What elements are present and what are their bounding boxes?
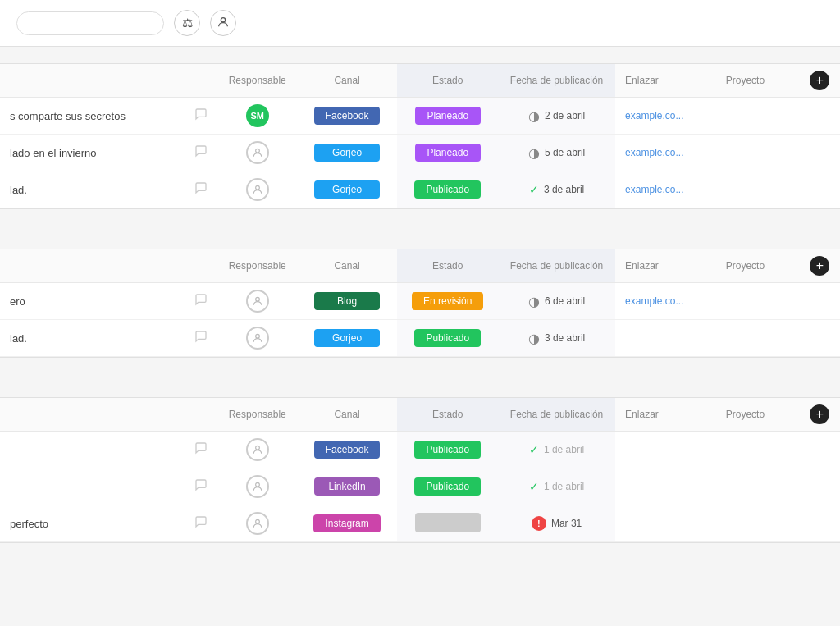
header-comment	[185, 249, 218, 283]
row-enlazar	[615, 432, 716, 468]
row-spacer	[800, 468, 840, 505]
table-row: LinkedInPublicado✓1 de abril	[0, 468, 840, 505]
row-fecha: ✓1 de abril	[498, 432, 615, 468]
main-content: ResponsableCanalEstadoFecha de publicaci…	[0, 47, 840, 579]
row-proyecto	[716, 432, 800, 468]
header-fecha: Fecha de publicación	[498, 249, 615, 283]
header-canal: Canal	[297, 249, 398, 283]
row-comment-icon[interactable]	[185, 505, 218, 542]
row-proyecto	[716, 135, 800, 171]
row-spacer	[800, 283, 840, 320]
row-canal: Facebook	[297, 98, 398, 135]
row-estado: Publicado	[397, 171, 498, 208]
half-moon-icon: ◑	[528, 331, 540, 346]
header-add: +	[800, 249, 840, 283]
row-comment-icon[interactable]	[185, 468, 218, 505]
row-enlazar[interactable]: example.co...	[615, 98, 716, 135]
table-2: ResponsableCanalEstadoFecha de publicaci…	[0, 249, 840, 357]
row-title: s comparte sus secretos	[0, 98, 185, 135]
fecha-text: 1 de abril	[544, 481, 584, 492]
section-spacer	[0, 377, 840, 397]
row-proyecto	[716, 98, 800, 135]
header-enlazar: Enlazar	[615, 398, 716, 432]
section-spacer	[0, 229, 840, 249]
row-comment-icon[interactable]	[185, 171, 218, 208]
row-canal: Facebook	[297, 432, 398, 468]
row-fecha: ◑6 de abril	[498, 283, 615, 320]
row-title: perfecto	[0, 505, 185, 542]
row-canal: Blog	[297, 283, 398, 320]
header-comment	[185, 64, 218, 98]
row-fecha: ◑5 de abril	[498, 135, 615, 171]
row-comment-icon[interactable]	[185, 320, 218, 357]
header-enlazar: Enlazar	[615, 249, 716, 283]
header-add: +	[800, 64, 840, 98]
row-estado: Planeado	[397, 135, 498, 171]
fecha-text: 3 de abril	[544, 184, 584, 195]
table-row: lad.GorjeoPublicado◑3 de abril	[0, 320, 840, 357]
table-3: ResponsableCanalEstadoFecha de publicaci…	[0, 398, 840, 542]
row-proyecto	[716, 505, 800, 542]
row-title: lad.	[0, 171, 185, 208]
header-estado: Estado	[397, 249, 498, 283]
header-responsable: Responsable	[218, 398, 297, 432]
row-responsable	[218, 283, 297, 320]
row-responsable	[218, 505, 297, 542]
row-enlazar	[615, 320, 716, 357]
header-estado: Estado	[397, 64, 498, 98]
table-row: perfectoInstagram!Mar 31	[0, 505, 840, 542]
svg-point-0	[221, 17, 225, 21]
add-row-button[interactable]: +	[810, 256, 829, 276]
fecha-text: Mar 31	[551, 518, 582, 529]
search-input[interactable]	[16, 11, 164, 35]
header-canal: Canal	[297, 398, 398, 432]
fecha-text: 2 de abril	[545, 110, 585, 121]
row-enlazar	[615, 505, 716, 542]
row-title: lad.	[0, 320, 185, 357]
row-estado: En revisión	[397, 283, 498, 320]
row-responsable: SM	[218, 98, 297, 135]
row-spacer	[800, 505, 840, 542]
header-proyecto: Proyecto	[716, 398, 800, 432]
fecha-text: 6 de abril	[545, 295, 585, 307]
row-comment-icon[interactable]	[185, 135, 218, 171]
row-comment-icon[interactable]	[185, 283, 218, 320]
svg-point-6	[255, 482, 259, 487]
row-enlazar[interactable]: example.co...	[615, 283, 716, 320]
row-estado	[397, 505, 498, 542]
add-row-button[interactable]: +	[810, 71, 829, 90]
header-fecha: Fecha de publicación	[498, 398, 615, 432]
svg-point-2	[255, 185, 259, 190]
row-comment-icon[interactable]	[185, 98, 218, 135]
row-responsable	[218, 135, 297, 171]
filter-button[interactable]: ⚖	[174, 10, 200, 36]
user-button[interactable]	[210, 10, 236, 36]
header-estado: Estado	[397, 398, 498, 432]
header-comment	[185, 398, 218, 432]
board-section-1: ResponsableCanalEstadoFecha de publicaci…	[0, 63, 840, 209]
row-comment-icon[interactable]	[185, 432, 218, 468]
row-enlazar[interactable]: example.co...	[615, 171, 716, 208]
header-enlazar: Enlazar	[615, 64, 716, 98]
header-title	[0, 249, 185, 283]
row-canal: Gorjeo	[297, 135, 398, 171]
row-enlazar[interactable]: example.co...	[615, 135, 716, 171]
row-responsable	[218, 171, 297, 208]
row-title: ero	[0, 283, 185, 320]
half-moon-icon: ◑	[528, 108, 540, 124]
table-row: s comparte sus secretosSMFacebookPlanead…	[0, 98, 840, 135]
row-estado: Publicado	[397, 432, 498, 468]
svg-point-4	[255, 334, 259, 338]
header-add: +	[800, 398, 840, 432]
row-responsable	[218, 320, 297, 357]
row-spacer	[800, 98, 840, 135]
fecha-text: 5 de abril	[545, 147, 585, 158]
header-title	[0, 64, 185, 98]
add-row-button[interactable]: +	[810, 404, 829, 424]
row-spacer	[800, 432, 840, 468]
header-responsable: Responsable	[218, 249, 297, 283]
row-estado: Publicado	[397, 468, 498, 505]
check-icon: ✓	[529, 183, 539, 196]
row-canal: Instagram	[297, 505, 398, 542]
top-bar: ⚖	[0, 0, 840, 47]
